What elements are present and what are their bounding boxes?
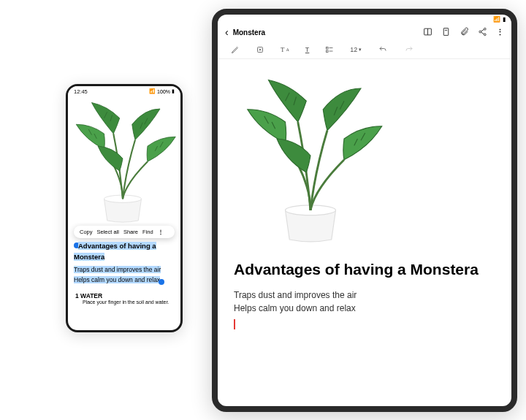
tablet-note-content[interactable]: Advantages of having a Monstera Traps du… [218,59,511,338]
note-line-2[interactable]: Helps calm you down and relax [234,302,495,315]
note-title[interactable]: Monstera [233,28,265,37]
note-heading[interactable]: Advantages of having a Monstera [234,261,495,278]
pen-tool-icon[interactable] [231,45,240,54]
phone-water-section: 1 WATER Place your finger in the soil an… [68,286,180,305]
clip-icon[interactable] [460,27,469,38]
text-cursor [234,319,235,329]
battery-icon: ▮ [503,16,506,23]
phone-selected-text[interactable]: Advantages of having a Monstera Traps du… [68,240,180,286]
text-tool-icon[interactable]: T [305,46,310,53]
find-button[interactable]: Find [142,229,153,235]
phone-device: 12:45 📶 100% ▮ Copy Select all Share [66,84,183,332]
back-button[interactable]: ‹ [225,26,229,38]
phone-statusbar: 12:45 📶 100% ▮ [68,86,180,96]
svg-rect-13 [327,50,329,53]
phone-plant-image [68,96,180,223]
wifi-icon: 📶 [493,16,500,23]
note-line-1[interactable]: Traps dust and improves the air [234,289,495,302]
tablet-device: 📶 ▮ ‹ Monstera ⋮ [212,9,517,412]
signal-icon: 📶 [149,88,156,94]
water-heading: 1 WATER [75,292,173,299]
redo-icon[interactable] [404,45,414,54]
monstera-plant-illustration [68,96,180,223]
tablet-statusbar: 📶 ▮ [218,15,511,23]
font-size-selector[interactable]: 12 ▾ [350,46,362,53]
battery-icon: ▮ [172,88,175,94]
checklist-icon[interactable] [325,45,334,54]
more-options-icon[interactable]: ⋮ [158,229,164,235]
tablet-plant-image[interactable] [234,68,495,249]
share-button[interactable]: Share [123,229,138,235]
eraser-tool-icon[interactable] [256,45,264,54]
text-context-menu: Copy Select all Share Find ⋮ [74,226,175,238]
tablet-header: ‹ Monstera ⋮ [218,23,511,41]
select-all-button[interactable]: Select all [97,229,119,235]
share-icon[interactable] [478,27,487,38]
svg-line-9 [481,32,484,34]
phone-status-icons: 📶 100% ▮ [149,88,175,94]
more-options-icon[interactable]: ⋮ [496,28,504,37]
chevron-down-icon: ▾ [359,47,362,53]
attachment-icon[interactable] [441,27,451,38]
text-style-icon[interactable]: TA [281,46,289,53]
note-body[interactable]: Traps dust and improves the air Helps ca… [234,289,495,329]
water-body: Place your finger in the soil and water. [75,299,173,305]
copy-button[interactable]: Copy [80,229,93,235]
selected-line-2[interactable]: Helps calm you down and relax [74,276,160,283]
svg-rect-11 [327,47,329,50]
phone-time: 12:45 [74,88,88,95]
reader-mode-icon[interactable] [423,27,432,38]
monstera-plant-illustration [226,57,394,254]
battery-label: 100% [157,89,170,94]
selection-handle-end[interactable] [159,279,164,285]
selected-line-1[interactable]: Traps dust and improves the air [74,266,161,273]
selected-title[interactable]: Advantages of having a Monstera [74,242,156,261]
svg-line-8 [481,29,484,31]
undo-icon[interactable] [378,45,388,54]
svg-rect-3 [443,28,449,35]
